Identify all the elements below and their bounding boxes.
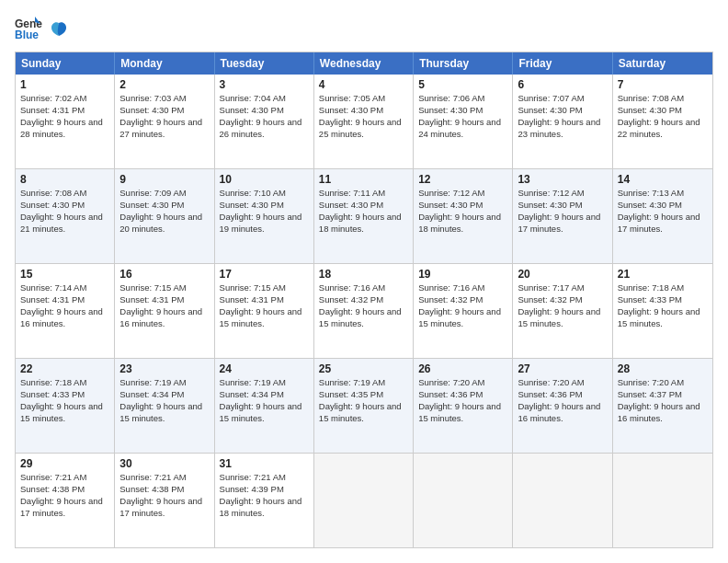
day-info: Daylight: 9 hours and 17 minutes.: [618, 212, 708, 236]
day-info: Sunrise: 7:05 AM: [319, 93, 408, 105]
day-info: Sunrise: 7:12 AM: [418, 188, 507, 200]
day-number: 10: [220, 172, 309, 187]
day-info: Daylight: 9 hours and 21 minutes.: [20, 212, 109, 236]
day-cell-30: 30Sunrise: 7:21 AMSunset: 4:38 PMDayligh…: [115, 454, 214, 547]
day-info: Sunset: 4:34 PM: [220, 389, 309, 401]
day-info: Sunrise: 7:02 AM: [20, 93, 109, 105]
day-info: Sunset: 4:31 PM: [119, 294, 209, 306]
day-number: 22: [20, 362, 109, 376]
day-info: Sunset: 4:32 PM: [518, 294, 607, 306]
day-number: 2: [119, 77, 209, 92]
day-number: 20: [518, 267, 607, 282]
day-header-tuesday: Tuesday: [215, 52, 314, 75]
day-info: Sunrise: 7:16 AM: [418, 282, 507, 294]
day-info: Sunrise: 7:21 AM: [220, 472, 309, 484]
day-info: Daylight: 9 hours and 16 minutes.: [20, 306, 109, 330]
day-number: 13: [518, 172, 607, 187]
calendar-row-2: 15Sunrise: 7:14 AMSunset: 4:31 PMDayligh…: [16, 263, 712, 358]
day-info: Sunset: 4:32 PM: [319, 294, 408, 306]
day-info: Sunset: 4:30 PM: [319, 200, 408, 212]
day-info: Sunrise: 7:12 AM: [518, 188, 607, 200]
day-info: Sunset: 4:38 PM: [119, 484, 209, 496]
day-info: Sunset: 4:30 PM: [220, 105, 309, 117]
day-cell-22: 22Sunrise: 7:18 AMSunset: 4:33 PMDayligh…: [16, 359, 115, 453]
day-info: Daylight: 9 hours and 16 minutes.: [618, 401, 708, 425]
day-number: 23: [119, 362, 209, 376]
calendar: SundayMondayTuesdayWednesdayThursdayFrid…: [15, 52, 713, 548]
day-header-monday: Monday: [115, 52, 214, 75]
day-info: Sunset: 4:38 PM: [20, 484, 109, 496]
day-header-friday: Friday: [513, 52, 612, 75]
day-number: 26: [418, 362, 507, 376]
day-info: Sunrise: 7:18 AM: [20, 377, 109, 389]
day-number: 19: [418, 267, 507, 282]
day-info: Sunrise: 7:16 AM: [319, 282, 408, 294]
empty-cell: [513, 454, 612, 547]
day-info: Sunrise: 7:19 AM: [119, 377, 209, 389]
svg-text:Blue: Blue: [15, 29, 39, 41]
day-cell-10: 10Sunrise: 7:10 AMSunset: 4:30 PMDayligh…: [215, 169, 314, 263]
calendar-row-3: 22Sunrise: 7:18 AMSunset: 4:33 PMDayligh…: [16, 358, 712, 453]
day-info: Sunset: 4:31 PM: [20, 105, 109, 117]
day-info: Sunset: 4:34 PM: [119, 389, 209, 401]
day-info: Sunset: 4:36 PM: [518, 389, 607, 401]
day-header-thursday: Thursday: [414, 52, 513, 75]
calendar-row-0: 1Sunrise: 7:02 AMSunset: 4:31 PMDaylight…: [16, 75, 712, 168]
day-info: Sunrise: 7:03 AM: [119, 93, 209, 105]
day-number: 5: [418, 77, 507, 92]
day-info: Daylight: 9 hours and 23 minutes.: [518, 117, 607, 141]
day-info: Sunset: 4:30 PM: [319, 105, 408, 117]
day-info: Sunset: 4:30 PM: [119, 200, 209, 212]
day-info: Sunrise: 7:06 AM: [418, 93, 507, 105]
day-info: Sunrise: 7:20 AM: [618, 377, 708, 389]
day-info: Daylight: 9 hours and 15 minutes.: [418, 401, 507, 425]
day-cell-25: 25Sunrise: 7:19 AMSunset: 4:35 PMDayligh…: [314, 359, 414, 453]
day-info: Sunset: 4:30 PM: [518, 105, 607, 117]
day-info: Daylight: 9 hours and 15 minutes.: [220, 306, 309, 330]
day-info: Sunset: 4:31 PM: [20, 294, 109, 306]
day-cell-23: 23Sunrise: 7:19 AMSunset: 4:34 PMDayligh…: [115, 359, 214, 453]
day-info: Daylight: 9 hours and 15 minutes.: [618, 306, 708, 330]
page: General Blue SundayMondayTuesdayWednesda…: [0, 0, 728, 563]
day-info: Sunrise: 7:09 AM: [119, 188, 209, 200]
day-cell-8: 8Sunrise: 7:08 AMSunset: 4:30 PMDaylight…: [16, 169, 115, 263]
day-info: Daylight: 9 hours and 18 minutes.: [418, 212, 507, 236]
day-info: Daylight: 9 hours and 16 minutes.: [119, 306, 209, 330]
day-cell-12: 12Sunrise: 7:12 AMSunset: 4:30 PMDayligh…: [414, 169, 513, 263]
day-info: Sunset: 4:30 PM: [20, 200, 109, 212]
day-number: 16: [119, 267, 209, 282]
day-cell-9: 9Sunrise: 7:09 AMSunset: 4:30 PMDaylight…: [115, 169, 214, 263]
day-number: 30: [119, 456, 209, 471]
day-info: Daylight: 9 hours and 16 minutes.: [518, 401, 607, 425]
day-info: Sunrise: 7:21 AM: [119, 472, 209, 484]
day-header-sunday: Sunday: [16, 52, 115, 75]
day-cell-20: 20Sunrise: 7:17 AMSunset: 4:32 PMDayligh…: [513, 264, 612, 358]
day-number: 9: [119, 172, 209, 187]
day-number: 18: [319, 267, 408, 282]
calendar-body: 1Sunrise: 7:02 AMSunset: 4:31 PMDaylight…: [16, 75, 712, 547]
day-info: Daylight: 9 hours and 15 minutes.: [119, 401, 209, 425]
day-number: 25: [319, 362, 408, 376]
day-number: 12: [418, 172, 507, 187]
day-number: 7: [618, 77, 708, 92]
logo: General Blue: [15, 15, 68, 42]
day-cell-26: 26Sunrise: 7:20 AMSunset: 4:36 PMDayligh…: [414, 359, 513, 453]
calendar-row-4: 29Sunrise: 7:21 AMSunset: 4:38 PMDayligh…: [16, 453, 712, 547]
day-info: Sunrise: 7:10 AM: [220, 188, 309, 200]
day-number: 27: [518, 362, 607, 376]
day-info: Daylight: 9 hours and 15 minutes.: [319, 306, 408, 330]
day-info: Daylight: 9 hours and 15 minutes.: [220, 401, 309, 425]
empty-cell: [613, 454, 712, 547]
day-info: Sunrise: 7:15 AM: [119, 282, 209, 294]
day-info: Daylight: 9 hours and 26 minutes.: [220, 117, 309, 141]
day-info: Daylight: 9 hours and 15 minutes.: [518, 306, 607, 330]
day-header-saturday: Saturday: [613, 52, 712, 75]
day-info: Daylight: 9 hours and 28 minutes.: [20, 117, 109, 141]
day-info: Daylight: 9 hours and 15 minutes.: [319, 401, 408, 425]
day-info: Sunset: 4:33 PM: [20, 389, 109, 401]
day-cell-28: 28Sunrise: 7:20 AMSunset: 4:37 PMDayligh…: [613, 359, 712, 453]
day-number: 28: [618, 362, 708, 376]
day-info: Sunset: 4:30 PM: [418, 105, 507, 117]
day-info: Daylight: 9 hours and 18 minutes.: [220, 496, 309, 520]
day-info: Sunset: 4:39 PM: [220, 484, 309, 496]
